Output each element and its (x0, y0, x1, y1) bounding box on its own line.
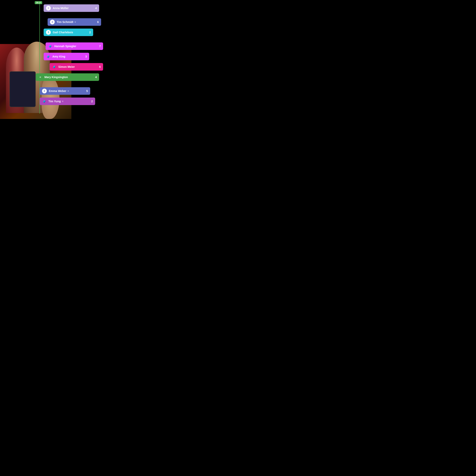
count-badge: 6 (97, 65, 101, 68)
schedule-bar-tim-yung[interactable]: 🧳 Tim Yung ≡ 2 (40, 98, 95, 105)
rank-badge: 2 (50, 20, 55, 24)
schedule-row[interactable]: 🧳 Hannah Spiegler 7 (46, 42, 116, 50)
schedule-bar-mary-kingsington[interactable]: ≡ Mary Kingsington 4 (36, 73, 99, 81)
count-badge: 2 (89, 100, 93, 103)
schedule-bar-emma-weber[interactable]: 2 Emma Weber ≡ 5 (40, 87, 90, 95)
notes-icon: ≡ (75, 21, 76, 23)
person-name: Anna Müller (53, 7, 68, 10)
schedule-row[interactable]: ≡ Mary Kingsington 4 (44, 73, 116, 81)
schedule-bar-tim-schmidt[interactable]: 2 Tim Schmidt ≡ 6 (48, 18, 101, 26)
schedule-row[interactable]: 2 Emma Weber ≡ 5 (44, 87, 116, 95)
schedule-row[interactable]: 🧳 Amy King 3 (44, 52, 116, 61)
rank-badge: 1 (46, 6, 51, 11)
schedule-row[interactable]: 🧳 Tim Yung ≡ 2 (44, 97, 116, 105)
count-badge: 4 (93, 76, 97, 79)
notes-icon: ≡ (62, 100, 63, 103)
count-badge: 7 (97, 45, 101, 48)
person-name: Tim Schmidt (57, 20, 73, 24)
count-badge: 6 (95, 20, 99, 24)
person-name: Mary Kingsington (44, 76, 68, 79)
person-name: Tim Yung (48, 100, 61, 103)
schedule-bar-simon-meier[interactable]: 🧳 Simon Meier 6 (50, 63, 103, 70)
notes-icon: ≡ (68, 90, 69, 92)
person-name: Emma Weber (49, 89, 66, 93)
count-badge: 2 (87, 31, 91, 34)
rank-badge: 2 (42, 89, 47, 93)
person-name: Amy King (52, 55, 65, 58)
rank-badge: 3 (46, 30, 51, 35)
time-badge: 19:17 (35, 1, 42, 4)
schedule-row[interactable]: 1 Anna Müller 4 (44, 4, 116, 12)
person-name: Simon Meier (58, 65, 75, 68)
timeline-line (39, 1, 40, 114)
schedule-row[interactable]: 3 Gail Charlebois 2 (44, 28, 116, 36)
schedule-bar-gail-charlebois[interactable]: 3 Gail Charlebois 2 (44, 29, 93, 36)
count-badge: 3 (83, 55, 87, 58)
schedule-bar-anna-muller[interactable]: 1 Anna Müller 4 (44, 4, 99, 12)
luggage-icon: 🧳 (52, 65, 56, 69)
schedule-row[interactable]: 🧳 Simon Meier 6 (50, 63, 116, 71)
schedule-row[interactable]: 2 Tim Schmidt ≡ 6 (48, 18, 116, 26)
luggage-icon: 🧳 (42, 99, 46, 103)
luggage-icon: 🧳 (46, 54, 50, 59)
count-badge: 5 (84, 89, 88, 93)
person-name: Hannah Spiegler (54, 45, 76, 48)
schedule-container: 1 Anna Müller 4 2 Tim Schmidt ≡ 6 3 Gail… (44, 0, 119, 111)
schedule-bar-amy-king[interactable]: 🧳 Amy King 3 (44, 53, 89, 60)
person-name: Gail Charlebois (53, 31, 73, 34)
count-badge: 4 (93, 7, 97, 10)
notes-icon: ≡ (38, 75, 42, 79)
schedule-bar-hannah-spiegler[interactable]: 🧳 Hannah Spiegler 7 (46, 42, 103, 50)
photo-tablet (10, 71, 36, 107)
luggage-icon: 🧳 (48, 44, 52, 48)
